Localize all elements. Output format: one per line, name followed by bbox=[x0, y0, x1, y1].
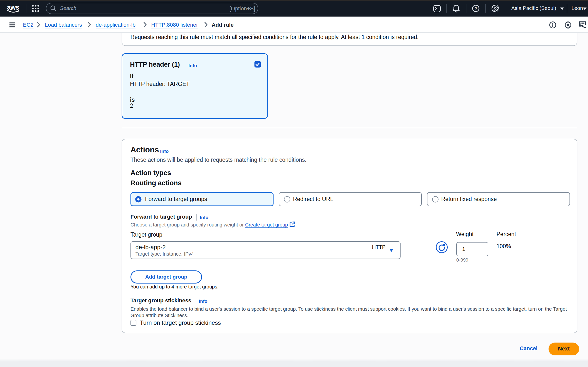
svg-text:aws: aws bbox=[7, 4, 19, 11]
svg-text:?: ? bbox=[475, 6, 477, 11]
